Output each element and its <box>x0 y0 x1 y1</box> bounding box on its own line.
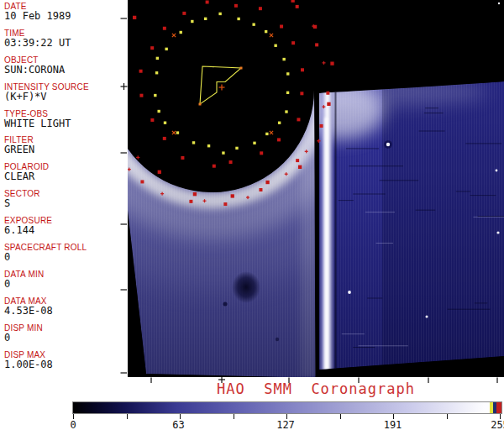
colorbar-ticks: 0 63 127 191 255 <box>73 414 503 430</box>
smm-coronagraph-viewer: DATE 10 Feb 1989 TIME 03:39:22 UT OBJECT… <box>0 0 504 430</box>
colorbar-tick-label: 63 <box>172 419 184 430</box>
colorbar-tick <box>234 414 234 419</box>
colorbar-tick <box>393 414 394 419</box>
colorbar-tick <box>447 414 448 419</box>
colorbar-tick-label: 191 <box>384 419 402 430</box>
colorbar <box>73 402 501 413</box>
colorbar-tick-label: 0 <box>70 419 76 430</box>
colorbar-tick <box>180 414 181 419</box>
colorbar-tick <box>127 414 128 419</box>
colorbar-tick-label: 127 <box>276 419 295 430</box>
coronagraph-image-canvas[interactable] <box>0 0 504 430</box>
colorbar-tick <box>286 414 287 419</box>
image-title: HAO SMM Coronagraph <box>128 380 504 397</box>
colorbar-tick <box>73 414 74 419</box>
dark-spot <box>232 271 260 303</box>
colorbar-tick <box>340 414 341 419</box>
colorbar-tick-label: 255 <box>491 419 504 430</box>
colorbar-tick <box>500 414 501 419</box>
